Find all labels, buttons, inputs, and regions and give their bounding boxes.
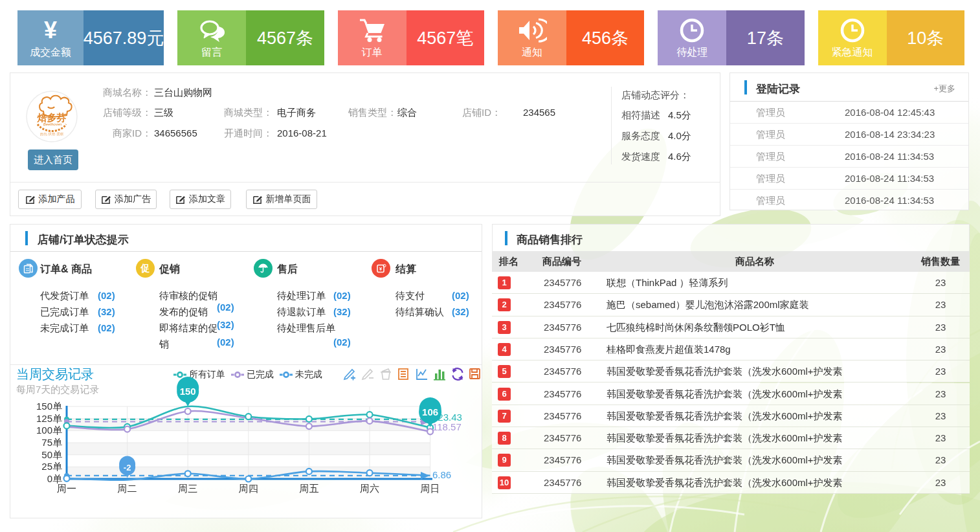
svg-text:周六: 周六 <box>360 483 379 494</box>
svg-text:周四: 周四 <box>239 483 258 494</box>
svg-text:25单: 25单 <box>41 461 62 472</box>
svg-text:-2: -2 <box>124 463 131 472</box>
svg-text:106: 106 <box>422 406 438 417</box>
svg-text:6.86: 6.86 <box>432 469 451 480</box>
svg-text:100单: 100单 <box>36 425 62 436</box>
svg-text:周日: 周日 <box>421 483 440 494</box>
svg-text:周一: 周一 <box>57 483 76 494</box>
svg-text:面包·烘焙·蛋糕: 面包·烘焙·蛋糕 <box>40 131 64 137</box>
svg-text:125单: 125单 <box>36 413 62 424</box>
svg-text:50单: 50单 <box>41 449 62 460</box>
svg-text:周三: 周三 <box>178 483 197 494</box>
svg-text:周五: 周五 <box>299 483 318 494</box>
svg-text:118.57: 118.57 <box>432 421 462 432</box>
svg-text:150单: 150单 <box>36 401 62 412</box>
svg-text:焙多芬: 焙多芬 <box>37 112 67 123</box>
svg-text:150: 150 <box>180 386 196 397</box>
svg-text:75单: 75单 <box>41 437 62 448</box>
svg-text:周二: 周二 <box>118 483 137 494</box>
svg-text:Beethoven: Beethoven <box>43 122 62 126</box>
